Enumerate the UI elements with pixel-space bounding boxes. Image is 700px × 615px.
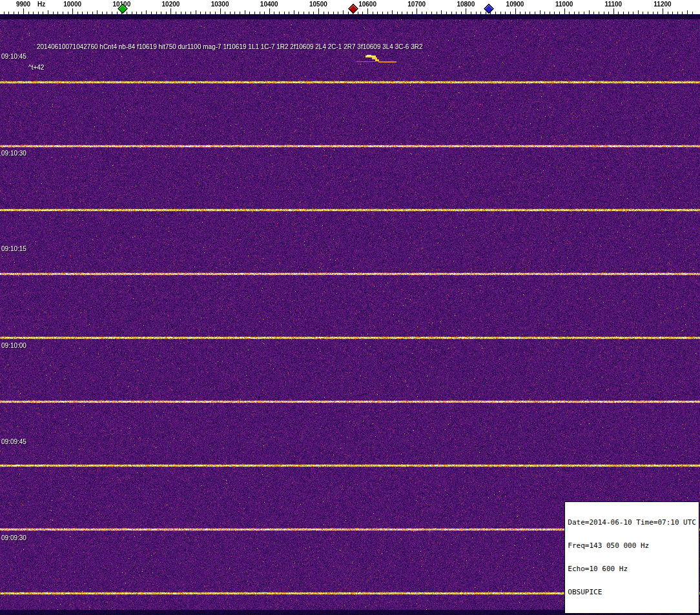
frequency-tick-label: 11100 [604, 1, 622, 8]
frequency-ruler: Hz 9900100001010010200103001040010500106… [0, 0, 700, 14]
frequency-tick-label: 9900 [16, 1, 30, 8]
frequency-unit-label: Hz [37, 1, 45, 8]
time-axis-label: 09:10:00 [1, 342, 26, 349]
frequency-tick-label: 10200 [162, 1, 180, 8]
frequency-tick-label: 10400 [260, 1, 278, 8]
info-date-time: Date=2014-06-10 Time=07:10 UTC [568, 519, 696, 527]
time-axis-label: 09:10:15 [1, 245, 26, 252]
frequency-tick-label: 10900 [506, 1, 524, 8]
frequency-tick-label: 10500 [309, 1, 327, 8]
info-frequency: Freq=143 050 000 Hz [568, 542, 696, 550]
frequency-tick-label: 10800 [457, 1, 475, 8]
time-axis-label: 09:09:45 [1, 438, 26, 445]
time-axis-label: 09:09:30 [1, 534, 26, 541]
spectrogram-area: 20140610071042760 hCnt4 nb-84 f10619 hit… [0, 14, 700, 615]
frequency-tick-label: 10700 [407, 1, 426, 8]
frequency-tick-label: 11000 [555, 1, 573, 8]
meteor-spectrogram-screen: Hz 9900100001010010200103001040010500106… [0, 0, 700, 615]
frequency-tick-label: 10000 [63, 1, 81, 8]
observation-info-box: Date=2014-06-10 Time=07:10 UTC Freq=143 … [564, 501, 699, 614]
time-axis-label: 09:10:30 [1, 150, 26, 157]
frequency-tick-label: 10600 [358, 1, 376, 8]
trigger-marker-label: ^t+42 [28, 64, 44, 71]
frequency-tick-label: 11200 [654, 1, 671, 8]
info-echo: Echo=10 600 Hz [568, 565, 696, 573]
info-station: OBSUPICE [568, 589, 696, 596]
detection-annotation: 20140610071042760 hCnt4 nb-84 f10619 hit… [37, 43, 423, 50]
frequency-tick-label: 10300 [211, 1, 229, 8]
time-axis-label: 09:10:45 [1, 53, 26, 60]
